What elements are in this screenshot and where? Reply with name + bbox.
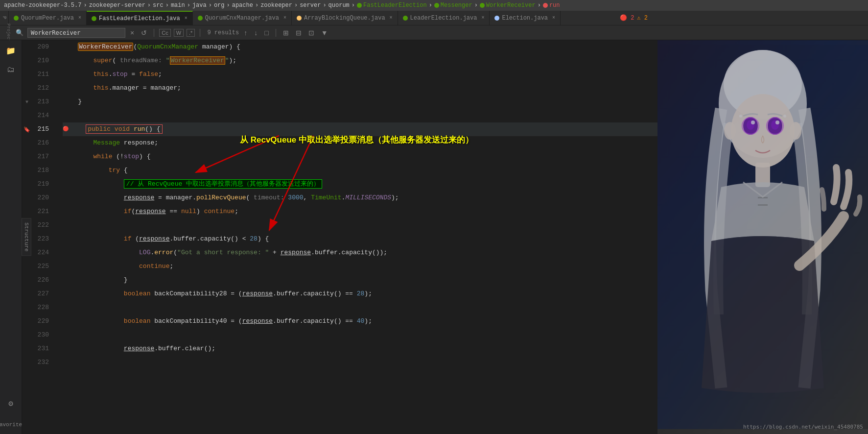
title-sep9: › [323, 2, 326, 9]
bp-214 [22, 109, 32, 122]
tab-close-quorumcnxmanager[interactable]: × [283, 15, 286, 21]
right-panel: https://blog.csdn.net/weixin_45480785 [657, 40, 868, 434]
sidebar-settings-icon[interactable]: ⚙ [1, 395, 21, 412]
whole-word-button[interactable]: W [174, 29, 184, 37]
tab-label-leaderelection: LeaderElection.java [410, 15, 477, 22]
tab-quorumpeer[interactable]: QuorumPeer.java × [9, 11, 87, 25]
tab-close-fastleaderelection[interactable]: × [185, 16, 188, 21]
code-line-226: } [63, 273, 657, 287]
bp-211 [22, 68, 32, 81]
code-content-230 [63, 328, 657, 342]
title-part12: Messenger [434, 2, 472, 9]
code-line-228 [63, 301, 657, 314]
code-line-212: this.manager = manager; [63, 81, 657, 95]
clear-search-button[interactable]: × [128, 28, 136, 38]
code-content-216: Message response; [63, 136, 657, 150]
code-content-222 [63, 218, 657, 232]
expand-search-button[interactable]: □ [262, 28, 270, 38]
linenum-216: 216 [32, 136, 54, 150]
tab-close-quorumpeer[interactable]: × [78, 15, 81, 21]
tab-label-election: Election.java [502, 15, 548, 22]
linenum-231: 231 [32, 342, 54, 356]
filter-button[interactable]: ▼ [319, 28, 330, 38]
prev-result-button[interactable]: ↑ [242, 28, 249, 38]
tab-icon-fastleaderelection [92, 16, 96, 21]
code-line-224: LOG.error("Got a short response: " + res… [63, 246, 657, 260]
project-icon-area: Project [4, 24, 13, 42]
tab-quorumcnxmanager[interactable]: QuorumCnxManager.java × [193, 11, 292, 25]
linenum-222: 222 [32, 218, 54, 232]
case-sensitive-button[interactable]: Cc [159, 29, 170, 37]
linenum-212: 212 [32, 81, 54, 95]
code-content-213: } [63, 95, 657, 109]
title-part4: main [171, 2, 185, 9]
code-content-231: response.buffer.clear(); [63, 342, 657, 356]
code-area[interactable]: 从 RecvQueue 中取出选举投票消息（其他服务器发送过来的） Worker… [59, 40, 657, 434]
code-line-209: WorkerReceiver(QuorumCnxManager manager)… [63, 40, 657, 54]
tab-label-arrayblockingqueue: ArrayBlockingQueue.java [304, 15, 385, 22]
code-content-219: // 从 RecvQueue 中取出选举投票消息（其他服务器发送过来的） [63, 177, 657, 191]
regex-button[interactable]: .* [187, 29, 195, 37]
tab-close-arrayblockingqueue[interactable]: × [390, 15, 393, 21]
code-content-214 [63, 109, 657, 122]
title-sep4: › [187, 2, 190, 9]
tab-close-election[interactable]: × [552, 15, 555, 21]
tab-label-quorumcnxmanager: QuorumCnxManager.java [205, 15, 279, 22]
url-watermark: https://blog.csdn.net/weixin_45480785 [743, 424, 863, 430]
tab-election[interactable]: Election.java × [490, 11, 561, 25]
toggle-find3-button[interactable]: ⊡ [306, 28, 316, 38]
code-content-224: LOG.error("Got a short response: " + res… [63, 246, 657, 260]
linenum-220: 220 [32, 191, 54, 205]
project-side-label: Project [6, 24, 11, 42]
title-part5: java [192, 2, 207, 9]
code-line-219: // 从 RecvQueue 中取出选举投票消息（其他服务器发送过来的） [63, 177, 657, 191]
tab-arrayblockingqueue[interactable]: ArrayBlockingQueue.java × [292, 11, 398, 25]
svg-point-15 [724, 122, 736, 140]
sidebar-favorites-icon[interactable]: ★ Favorites [1, 412, 21, 430]
svg-point-16 [790, 122, 801, 140]
bp-217 [22, 150, 32, 164]
code-content-227: boolean backCompatibility28 = (response.… [63, 287, 657, 301]
code-content-212: this.manager = manager; [63, 81, 657, 95]
code-line-223: if (response.buffer.capacity() < 28) { [63, 232, 657, 246]
structure-sidebar[interactable]: Structure [22, 218, 31, 256]
toggle-find-button[interactable]: ⊞ [281, 28, 291, 38]
tab-close-leaderelection[interactable]: × [481, 15, 484, 21]
refresh-search-button[interactable]: ↺ [139, 28, 149, 38]
code-content-220: response = manager.pollRecvQueue( timeou… [63, 191, 657, 205]
linenum-232: 232 [32, 356, 54, 369]
sidebar-structure-icon[interactable]: 🗂 [1, 61, 21, 78]
sidebar-project-icon[interactable]: 📁 [1, 42, 21, 60]
title-part6: org [214, 2, 225, 9]
code-content-217: while (!stop) { [63, 150, 657, 164]
tab-fastleaderelection[interactable]: FastLeaderElection.java × [87, 11, 193, 25]
code-content-209: WorkerReceiver(QuorumCnxManager manager)… [63, 40, 657, 54]
linenum-227: 227 [32, 287, 54, 301]
code-line-210: super( threadName: "WorkerReceiver"); [63, 54, 657, 68]
code-line-225: continue; [63, 260, 657, 273]
search-separator [154, 29, 154, 37]
linenum-209: 209 [32, 40, 54, 54]
title-sep12: › [474, 2, 478, 9]
tab-leaderelection[interactable]: LeaderElection.java × [398, 11, 490, 25]
svg-point-12 [775, 121, 779, 124]
next-result-button[interactable]: ↓ [252, 28, 259, 38]
svg-point-21 [783, 115, 786, 118]
search-bar: Project 🔍 × ↺ Cc W .* 9 results ↑ ↓ □ ⊞ … [0, 25, 868, 40]
bp-213: ▼ [22, 95, 32, 109]
bp-230 [22, 328, 32, 342]
linenum-217: 217 [32, 150, 54, 164]
tab-icon-quorumcnxmanager [198, 16, 203, 21]
linenum-213: 213 [32, 95, 54, 109]
search-input[interactable] [27, 28, 125, 38]
bp-226 [22, 273, 32, 287]
search-glass-icon: 🔍 [16, 29, 23, 37]
toggle-find2-button[interactable]: ⊟ [294, 28, 304, 38]
tab-icon-leaderelection [403, 16, 408, 21]
bp-232 [22, 356, 32, 369]
title-part3: src [153, 2, 164, 9]
code-line-216: Message response; [63, 136, 657, 150]
title-sep5: › [209, 2, 212, 9]
code-line-222 [63, 218, 657, 232]
title-sep7: › [255, 2, 258, 9]
